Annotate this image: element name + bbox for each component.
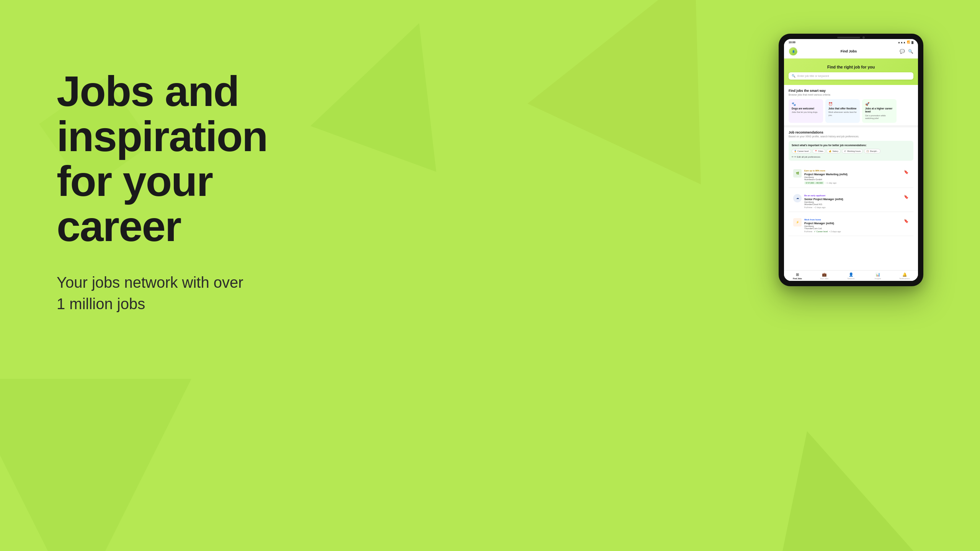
tag-working-hours[interactable]: ⏱Working hours (842, 149, 863, 153)
job-age-2: • 2 days ago (814, 206, 825, 209)
job-title-3: Project Manager (m/f/d) (804, 222, 901, 225)
flexitime-title: Jobs that offer flexitime (828, 107, 857, 110)
tag-career-level[interactable]: 🏅Career level (792, 149, 811, 153)
job-meta-3: Full-time ✓ Career level • 2 days ago (804, 230, 901, 233)
message-icon[interactable]: 💬 (900, 49, 905, 54)
job-company-2: WunderCloud KG (804, 203, 901, 205)
network-label: Network (848, 277, 854, 280)
app-content[interactable]: Find the right job for you 🔍 Enter job t… (784, 59, 918, 270)
job-title-1: Project Manager Marketing (m/f/d) (804, 173, 901, 176)
edit-icon: ✏ (792, 155, 794, 158)
find-jobs-icon: ⊞ (796, 272, 799, 277)
job-meta-1: € 57,000 – 68,500 • 1 day ago (804, 181, 901, 184)
job-item-3[interactable]: ⚡ Work from home Project Manager (m/f/d)… (789, 212, 913, 236)
bottom-nav: ⊞ Find Jobs 💼 Your Jobs 👤 Network 📊 Insi… (784, 270, 918, 281)
salary-range-1: € 57,000 – 68,500 (804, 181, 824, 184)
job-meta-2: Full-time • 2 days ago (804, 206, 901, 209)
search-hero: Find the right job for you 🔍 Enter job t… (784, 59, 918, 85)
search-input[interactable]: Enter job title or keyword (797, 74, 829, 78)
preferences-card: Select what's important to you for bette… (789, 141, 913, 161)
category-card-career[interactable]: 🚀 Jobs at a higher career level Get a pr… (862, 99, 897, 123)
notifications-icon: 🔔 (902, 272, 907, 277)
job-age-3: • 2 days ago (829, 230, 841, 233)
network-icon: 👤 (849, 272, 853, 277)
nav-your-jobs[interactable]: 💼 Your Jobs (811, 272, 838, 280)
tag-discipli[interactable]: 📋Discipli... (864, 149, 880, 153)
device-screen: 10:00 ▲▲▲ 📶 ▓ 👤 Find (784, 39, 918, 281)
search-icon: 🔍 (792, 74, 795, 78)
tag-cities[interactable]: 📍Cities (812, 149, 826, 153)
career-icon: 🚀 (865, 102, 893, 106)
job-item-1[interactable]: 🌿 Earn up to 98% more Project Manager Ma… (789, 163, 913, 188)
nav-notifications[interactable]: 🔔 Notifications (891, 272, 918, 280)
device-speaker (837, 37, 860, 38)
nav-insights[interactable]: 📊 Insights (864, 272, 891, 280)
job-info-3: Work from home Project Manager (m/f/d) H… (804, 215, 901, 233)
search-hero-title: Find the right job for you (789, 65, 913, 69)
career-title: Jobs at a higher career level (865, 107, 893, 114)
recommendations-title: Job recommendations (789, 130, 913, 134)
smart-section-sub: Browse jobs that meet various criteria: (789, 93, 913, 96)
notifications-label: Notifications (899, 277, 910, 280)
device-top-bar (828, 36, 874, 39)
your-jobs-icon: 💼 (822, 272, 826, 277)
nav-find-jobs[interactable]: ⊞ Find Jobs (784, 272, 811, 280)
category-cards: 🐾 Dogs are welcome! Jobs that let you br… (789, 99, 913, 123)
job-company-3: ThunderCom Ltd. (804, 227, 901, 230)
device-mockup: 10:00 ▲▲▲ 📶 ▓ 👤 Find (779, 34, 923, 286)
status-time: 10:00 (789, 41, 795, 44)
insights-label: Insights (874, 277, 881, 280)
category-card-dogs[interactable]: 🐾 Dogs are welcome! Jobs that let you br… (789, 99, 823, 123)
flexitime-desc: Work whenever works best for you. (828, 111, 857, 116)
dogs-desc: Jobs that let you bring dogs. (792, 111, 820, 114)
your-jobs-label: Your Jobs (820, 277, 828, 280)
job-title-2: Senior Project Manager (m/f/d) (804, 198, 901, 201)
tag-salary[interactable]: 💰Salary (826, 149, 841, 153)
category-card-flexitime[interactable]: ⏰ Jobs that offer flexitime Work wheneve… (825, 99, 860, 123)
job-badge-wfh: Work from home (804, 218, 821, 221)
job-logo-wunder: ☁ (793, 194, 802, 202)
bookmark-btn-1[interactable]: 🔖 (903, 169, 909, 174)
recommendations-section: Job recommendations Based on your XING p… (784, 125, 918, 238)
status-icons: ▲▲▲ 📶 ▓ (898, 41, 913, 44)
job-age-1: • 1 day ago (826, 182, 836, 184)
avatar-inner: 👤 (789, 47, 797, 55)
job-logo-nutri: 🌿 (793, 169, 802, 178)
edit-prefs-link[interactable]: ✏ ✏ Edit all job preferences (792, 155, 910, 158)
recommendations-sub: Based on your XING profile, search histo… (789, 135, 913, 138)
job-logo-thunder: ⚡ (793, 218, 802, 227)
wifi-icon: 📶 (907, 41, 910, 44)
pref-title: Select what's important to you for bette… (792, 143, 910, 147)
device-frame: 10:00 ▲▲▲ 📶 ▓ 👤 Find (779, 34, 923, 286)
search-header-icon[interactable]: 🔍 (908, 49, 913, 54)
bookmark-btn-2[interactable]: 🔖 (903, 194, 909, 199)
bookmark-btn-3[interactable]: 🔖 (903, 218, 909, 223)
left-content: Jobs and inspiration for your career You… (57, 69, 267, 315)
nav-network[interactable]: 👤 Network (838, 272, 864, 280)
job-badge-earn: Earn up to 98% more (804, 170, 825, 172)
job-info-2: Be an early applicant Senior Project Man… (804, 191, 901, 209)
status-bar: 10:00 ▲▲▲ 📶 ▓ (784, 39, 918, 44)
find-jobs-label: Find Jobs (793, 277, 802, 280)
smart-section: Find jobs the smart way Browse jobs that… (784, 85, 918, 125)
main-heading: Jobs and inspiration for your career (57, 69, 267, 249)
job-info-1: Earn up to 98% more Project Manager Mark… (804, 166, 901, 184)
app-title: Find Jobs (841, 49, 857, 53)
dogs-title: Dogs are welcome! (792, 107, 820, 110)
job-item-2[interactable]: ☁ Be an early applicant Senior Project M… (789, 188, 913, 212)
job-type-2: Full-time (804, 206, 812, 209)
avatar-wrapper[interactable]: 👤 (789, 47, 798, 56)
pref-tags: 🏅Career level 📍Cities 💰Salary ⏱Working h… (792, 149, 910, 153)
flexitime-icon: ⏰ (828, 102, 857, 106)
app-header: 👤 Find Jobs 💬 🔍 (784, 44, 918, 59)
battery-icon: ▓ (911, 41, 913, 44)
device-camera (862, 36, 865, 39)
app-header-icons: 💬 🔍 (900, 49, 913, 54)
insights-icon: 📊 (875, 272, 880, 277)
signal-icon: ▲▲▲ (898, 41, 906, 44)
job-company-1: Nutribeam GmbH (804, 178, 901, 181)
search-box[interactable]: 🔍 Enter job title or keyword (789, 72, 913, 80)
career-badge-3: ✓ Career level (814, 230, 828, 233)
job-type-3: Full-time (804, 230, 812, 233)
job-badge-early: Be an early applicant (804, 194, 825, 197)
